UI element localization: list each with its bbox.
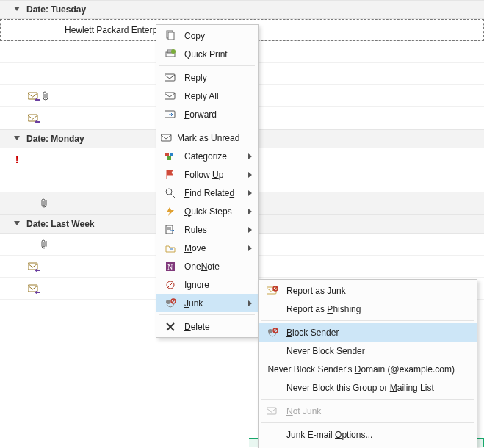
menu-quick-steps[interactable]: Quick Steps: [156, 202, 258, 220]
onenote-icon: N: [161, 261, 180, 272]
quickprint-icon: [161, 48, 180, 60]
junk-icon: [161, 298, 180, 308]
svg-rect-17: [170, 153, 173, 156]
menu-label: Never Block Sender's Domain (@example.co…: [263, 364, 455, 375]
attachment-icon: [28, 198, 48, 209]
svg-rect-18: [167, 156, 171, 160]
menu-label: Never Block Sender: [282, 346, 365, 356]
svg-point-37: [268, 329, 272, 333]
menu-rules[interactable]: Rules: [156, 220, 258, 239]
submenu-report-junk[interactable]: Report as Junk: [259, 281, 477, 300]
menu-label: Ignore: [180, 280, 209, 290]
categorize-icon: [161, 151, 180, 162]
menu-label: Reply: [180, 73, 207, 83]
submenu-never-block-sender[interactable]: Never Block Sender: [259, 342, 477, 360]
menu-label: Follow Up: [180, 170, 223, 180]
svg-point-19: [166, 189, 172, 195]
menu-onenote[interactable]: N OneNote: [156, 257, 258, 275]
submenu-junk-options[interactable]: Junk E-mail Options...: [259, 425, 477, 444]
svg-rect-2: [28, 115, 37, 121]
submenu-arrow-icon: [248, 300, 252, 306]
menu-separator: [261, 320, 474, 321]
menu-label: Report as Junk: [282, 286, 346, 296]
menu-label: Report as Phishing: [282, 304, 361, 314]
menu-delete[interactable]: Delete: [156, 317, 258, 336]
submenu-never-block-group[interactable]: Never Block this Group or Mailing List: [259, 378, 477, 397]
menu-label: Quick Steps: [180, 206, 232, 217]
submenu-arrow-icon: [248, 209, 252, 214]
replied-icon: [28, 113, 40, 123]
menu-find-related[interactable]: Find Related: [156, 184, 258, 202]
menu-quick-print[interactable]: Quick Print: [156, 45, 258, 63]
menu-reply-all[interactable]: Reply All: [156, 87, 258, 105]
svg-line-39: [274, 329, 277, 332]
svg-rect-12: [165, 74, 175, 81]
replyall-icon: [161, 91, 180, 101]
group-label: Date: Monday: [26, 134, 84, 144]
submenu-arrow-icon: [248, 245, 252, 251]
menu-reply[interactable]: Reply: [156, 68, 258, 87]
menu-ignore[interactable]: Ignore: [156, 275, 258, 294]
submenu-never-block-domain[interactable]: Never Block Sender's Domain (@example.co…: [259, 360, 477, 378]
menu-move[interactable]: Move: [156, 239, 258, 257]
block-sender-icon: [263, 328, 282, 338]
submenu-junk-reporting-options[interactable]: Junk E-mail Options...: [259, 444, 477, 448]
menu-forward[interactable]: Forward: [156, 105, 258, 123]
svg-rect-15: [161, 134, 171, 141]
menu-label: Never Block this Group or Mailing List: [282, 383, 434, 393]
svg-marker-0: [14, 7, 20, 11]
submenu-arrow-icon: [248, 172, 252, 178]
menu-label: Not Junk: [282, 406, 321, 416]
menu-separator: [261, 422, 474, 423]
svg-rect-13: [165, 93, 175, 99]
importance-high-icon: !: [15, 153, 19, 165]
replied-icon: [28, 261, 40, 272]
menu-label: Forward: [180, 109, 217, 120]
menu-label: Quick Print: [180, 49, 228, 59]
svg-rect-6: [28, 285, 37, 292]
svg-point-11: [171, 49, 176, 54]
notjunk-icon: [263, 406, 282, 416]
attachment-icon: [43, 91, 50, 101]
rules-icon: [161, 225, 180, 235]
submenu-arrow-icon: [248, 190, 252, 196]
svg-rect-1: [28, 93, 37, 99]
menu-label: Delete: [180, 322, 210, 332]
sender-cell: Hewlett Packard Enterpri: [50, 25, 167, 35]
svg-marker-3: [14, 136, 20, 140]
context-menu: Copy Quick Print Reply Reply All Forward…: [156, 24, 259, 338]
caret-down-icon: [13, 220, 21, 228]
group-label: Date: Last Week: [26, 219, 94, 229]
menu-label: Junk E-mail Options...: [282, 430, 372, 440]
menu-mark-unread[interactable]: Mark as Unread: [156, 129, 258, 147]
menu-junk[interactable]: Junk: [156, 294, 258, 312]
group-label: Date: Tuesday: [26, 4, 86, 15]
junk-submenu: Report as Junk Report as Phishing Block …: [258, 279, 477, 448]
menu-separator: [159, 314, 255, 315]
svg-marker-21: [167, 207, 174, 216]
menu-categorize[interactable]: Categorize: [156, 147, 258, 165]
menu-label: Find Related: [180, 188, 234, 198]
submenu-block-sender[interactable]: Block Sender: [259, 323, 477, 342]
svg-point-29: [166, 300, 170, 304]
menu-label: Rules: [180, 225, 207, 235]
group-header-tuesday[interactable]: Date: Tuesday: [0, 0, 484, 19]
svg-line-20: [171, 194, 175, 198]
attachment-icon: [28, 239, 48, 250]
findrelated-icon: [161, 188, 180, 198]
forward-icon: [161, 109, 180, 120]
svg-rect-40: [267, 408, 276, 414]
menu-follow-up[interactable]: Follow Up: [156, 165, 258, 184]
copy-icon: [161, 30, 180, 42]
submenu-report-phishing[interactable]: Report as Phishing: [259, 300, 477, 318]
menu-label: OneNote: [180, 261, 220, 272]
submenu-arrow-icon: [248, 153, 252, 159]
caret-down-icon: [13, 6, 21, 13]
menu-copy[interactable]: Copy: [156, 26, 258, 45]
junk-block-icon: [263, 286, 282, 296]
menu-label: Reply All: [180, 91, 219, 101]
quicksteps-icon: [161, 206, 180, 217]
followup-icon: [161, 170, 180, 180]
delete-icon: [161, 322, 180, 332]
menu-label: Copy: [180, 31, 205, 41]
